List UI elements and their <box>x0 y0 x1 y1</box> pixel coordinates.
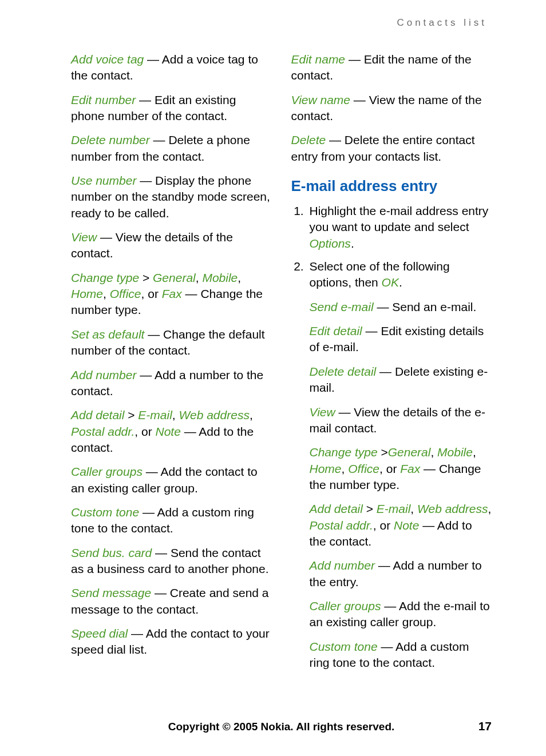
item-use-number: Use number — Display the phone number on… <box>71 173 272 221</box>
term: Custom tone <box>310 640 378 653</box>
term: Add detail <box>71 408 124 421</box>
term: Send bus. card <box>71 546 152 559</box>
subitem-custom-tone: Custom tone — Add a custom ring tone to … <box>310 639 492 671</box>
gt: > <box>139 271 153 284</box>
opt-email: E-mail <box>138 408 172 421</box>
gt: > <box>363 502 377 515</box>
term: Change type <box>71 271 139 284</box>
item-edit-name: Edit name — Edit the name of the contact… <box>291 51 492 84</box>
term: Edit number <box>71 93 136 106</box>
opt-mobile: Mobile <box>437 445 473 459</box>
term: Edit detail <box>310 324 362 337</box>
item-send-bus-card: Send bus. card — Send the contact as a b… <box>71 545 272 578</box>
term-ok: OK <box>382 276 399 289</box>
desc: — Send an e-mail. <box>374 300 477 313</box>
term-options: Options <box>310 237 351 250</box>
subitem-add-number: Add number — Add a number to the entry. <box>310 558 492 590</box>
opt-home: Home <box>310 462 342 475</box>
term: Speed dial <box>71 627 128 640</box>
subitem-change-type: Change type >General, Mobile, Home, Offi… <box>310 444 492 493</box>
item-delete-number: Delete number — Delete a phone number fr… <box>71 132 272 165</box>
opt-postal: Postal addr. <box>71 425 134 438</box>
step-text: Select one of the following options, the… <box>310 260 450 289</box>
subitem-view: View — View the details of the e-mail co… <box>310 404 492 437</box>
subitem-send-email: Send e-mail — Send an e-mail. <box>310 299 492 315</box>
gt: > <box>378 445 388 459</box>
item-add-number: Add number — Add a number to the contact… <box>71 367 272 400</box>
term: Change type <box>310 445 378 459</box>
term: View <box>310 405 335 419</box>
item-speed-dial: Speed dial — Add the contact to your spe… <box>71 626 272 658</box>
running-header: Contacts list <box>71 17 487 29</box>
item-custom-tone: Custom tone — Add a custom ring tone to … <box>71 504 272 537</box>
term: Add detail <box>310 502 363 515</box>
term: Send message <box>71 586 151 599</box>
column-right: Edit name — Edit the name of the contact… <box>291 51 492 679</box>
item-change-type: Change type > General, Mobile, Home, Off… <box>71 270 272 319</box>
heading-email-address-entry: E-mail address entry <box>291 177 492 195</box>
footer-copyright: Copyright © 2005 Nokia. All rights reser… <box>71 721 492 733</box>
opt-email: E-mail <box>377 502 411 515</box>
opt-office: Office <box>348 462 379 475</box>
column-left: Add voice tag — Add a voice tag to the c… <box>71 51 272 679</box>
page: Contacts list Add voice tag — Add a voic… <box>0 0 546 756</box>
item-edit-number: Edit number — Edit an existing phone num… <box>71 92 272 125</box>
opt-note: Note <box>155 425 180 438</box>
item-add-voice-tag: Add voice tag — Add a voice tag to the c… <box>71 51 272 84</box>
opt-mobile: Mobile <box>202 271 238 284</box>
term: Use number <box>71 174 136 187</box>
subitem-edit-detail: Edit detail — Edit existing details of e… <box>310 323 492 356</box>
term: Caller groups <box>310 599 381 612</box>
opt-web: Web address <box>179 408 250 421</box>
item-view: View — View the details of the contact. <box>71 229 272 262</box>
item-set-as-default: Set as default — Change the default numb… <box>71 327 272 359</box>
step-1: Highlight the e-mail address entry you w… <box>307 203 492 252</box>
subitem-caller-groups: Caller groups — Add the e-mail to an exi… <box>310 598 492 631</box>
opt-office: Office <box>110 287 141 300</box>
term: Custom tone <box>71 506 139 519</box>
item-delete: Delete — Delete the entire contact entry… <box>291 132 492 165</box>
term: Delete number <box>71 133 150 146</box>
or: , or <box>379 462 400 475</box>
item-add-detail: Add detail > E-mail, Web address, Postal… <box>71 407 272 456</box>
term: View name <box>291 93 351 106</box>
period: . <box>399 276 402 289</box>
term: Caller groups <box>71 465 143 478</box>
page-number: 17 <box>478 719 492 733</box>
term: Add number <box>310 559 375 572</box>
opt-home: Home <box>71 287 103 300</box>
term: Delete <box>291 133 326 146</box>
term: Send e-mail <box>310 300 374 313</box>
item-view-name: View name — View the name of the contact… <box>291 92 492 125</box>
desc: — View the details of the e-mail contact… <box>310 405 485 435</box>
term: Add voice tag <box>71 53 144 66</box>
or: , or <box>141 287 162 300</box>
gt: > <box>124 408 138 421</box>
opt-fax: Fax <box>400 462 420 475</box>
step-text: Highlight the e-mail address entry you w… <box>310 204 489 233</box>
opt-note: Note <box>394 519 419 532</box>
opt-postal: Postal addr. <box>310 519 373 532</box>
term: View <box>71 230 97 244</box>
steps-list: Highlight the e-mail address entry you w… <box>291 203 492 671</box>
term: Set as default <box>71 328 144 341</box>
term: Edit name <box>291 53 346 66</box>
opt-general: General <box>153 271 196 284</box>
step-2: Select one of the following options, the… <box>307 258 492 671</box>
opt-web: Web address <box>417 502 488 515</box>
term: Add number <box>71 368 136 381</box>
opt-general: General <box>388 445 431 459</box>
subitem-add-detail: Add detail > E-mail, Web address, Postal… <box>310 501 492 550</box>
or: , or <box>134 425 155 438</box>
columns: Add voice tag — Add a voice tag to the c… <box>71 51 492 679</box>
period: . <box>351 237 354 250</box>
item-send-message: Send message — Create and send a message… <box>71 585 272 618</box>
opt-fax: Fax <box>162 287 182 300</box>
sub-options: Send e-mail — Send an e-mail. Edit detai… <box>310 299 492 671</box>
subitem-delete-detail: Delete detail — Delete existing e-mail. <box>310 364 492 396</box>
term: Delete detail <box>310 365 377 378</box>
item-caller-groups: Caller groups — Add the contact to an ex… <box>71 464 272 496</box>
or: , or <box>373 519 394 532</box>
